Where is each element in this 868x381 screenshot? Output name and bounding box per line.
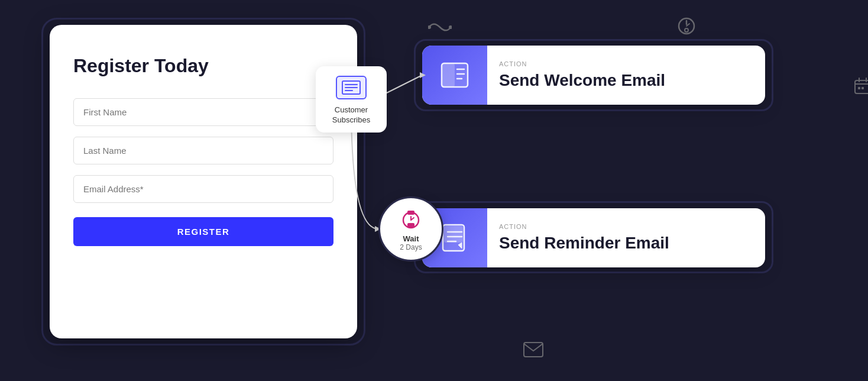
action-1-label: ACTION	[499, 60, 665, 67]
action-1-icon-panel	[422, 46, 487, 105]
action-2-title: Send Reminder Email	[499, 234, 669, 253]
email-icon	[523, 341, 544, 362]
svg-rect-29	[407, 223, 414, 227]
svg-rect-11	[861, 87, 864, 89]
form-title: Register Today	[73, 54, 333, 77]
email-input[interactable]	[73, 175, 333, 203]
register-button[interactable]: REGISTER	[73, 217, 333, 246]
svg-rect-12	[524, 343, 543, 357]
action-card-reminder[interactable]: ACTION Send Reminder Email	[422, 208, 765, 267]
svg-rect-23	[442, 63, 455, 87]
first-name-input[interactable]	[73, 98, 333, 126]
last-name-input[interactable]	[73, 137, 333, 164]
action-card-welcome[interactable]: ACTION Send Welcome Email	[422, 46, 765, 105]
wait-label: Wait	[403, 234, 419, 243]
svg-rect-28	[407, 211, 414, 215]
flow-icon	[428, 19, 452, 40]
svg-rect-6	[855, 80, 868, 93]
action-2-label: ACTION	[499, 223, 669, 230]
trigger-icon	[336, 76, 367, 99]
wait-days: 2 Days	[400, 243, 422, 251]
calendar-icon	[854, 77, 868, 99]
svg-rect-10	[858, 87, 860, 89]
svg-rect-33	[444, 226, 463, 243]
action-1-content: ACTION Send Welcome Email	[487, 46, 677, 105]
trigger-label: CustomerSubscribes	[323, 105, 380, 125]
register-form: Register Today REGISTER	[50, 25, 357, 338]
trigger-node[interactable]: CustomerSubscribes	[316, 66, 387, 133]
action-1-title: Send Welcome Email	[499, 71, 665, 90]
wait-node[interactable]: Wait 2 Days	[378, 196, 443, 261]
clock-icon	[676, 16, 697, 40]
action-2-content: ACTION Send Reminder Email	[487, 208, 681, 267]
svg-point-3	[685, 28, 688, 32]
